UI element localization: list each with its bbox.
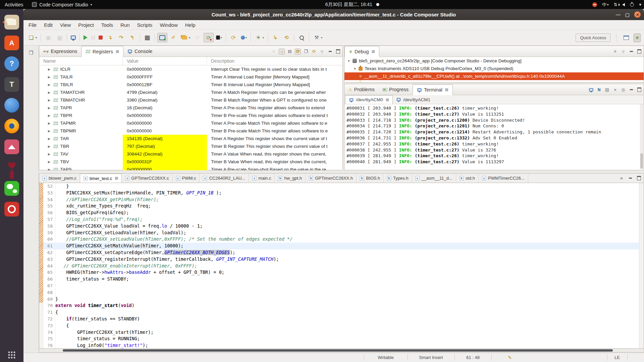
clear-console-button[interactable] <box>612 87 618 93</box>
dock-item-text-editor[interactable]: T <box>2 74 21 95</box>
show-applications-button[interactable] <box>8 351 15 359</box>
minimize-window-button[interactable]: — <box>616 12 621 17</box>
register-row-tbilr[interactable]: ▶1010 0101TBILR0x000012BFTimer B Interva… <box>39 81 342 88</box>
overview-ruler[interactable] <box>639 183 644 348</box>
maximize-button[interactable] <box>636 49 642 55</box>
dock-item-wine[interactable] <box>2 157 21 178</box>
trace-back-button[interactable] <box>281 33 291 42</box>
network-button[interactable] <box>614 2 618 7</box>
terminate-button[interactable] <box>97 35 104 41</box>
console-tab-progress[interactable]: Progress <box>379 84 413 95</box>
view-menu-button[interactable] <box>319 49 325 55</box>
edit-perspective-button[interactable] <box>622 34 630 41</box>
dock-item-photos[interactable] <box>2 136 21 157</box>
menu-window[interactable]: Window <box>157 21 180 29</box>
add-watch-button[interactable] <box>271 49 277 55</box>
trace-forward-button[interactable] <box>270 33 280 42</box>
dock-item-files[interactable] <box>2 12 21 33</box>
status-pen-icon[interactable] <box>503 353 517 362</box>
maximize-window-button[interactable]: ▢ <box>625 12 630 17</box>
new-view-button[interactable] <box>303 49 309 55</box>
editor-tab-timer-test-c[interactable]: ctimer_test.c⊠ <box>80 174 122 183</box>
menu-edit[interactable]: Edit <box>41 21 56 29</box>
register-row-tailr[interactable]: ▶1010 0101TAILR0x0000FFFFTimer A Interva… <box>39 73 342 81</box>
scrollbar-thumb[interactable] <box>63 349 613 352</box>
pin-console-button[interactable] <box>620 87 626 93</box>
terminal-tab--dev-ttyACM1[interactable]: /dev/ttyACM1 <box>393 95 434 104</box>
expand-arrow-icon[interactable]: ▶ <box>48 83 51 86</box>
step-return-button[interactable] <box>127 33 137 42</box>
refresh-button[interactable] <box>228 33 238 42</box>
minimize-button[interactable] <box>628 87 634 93</box>
save-button[interactable] <box>43 33 53 42</box>
editor-tab-main-c[interactable]: cmain.c <box>249 174 275 183</box>
terminal-tab--dev-ttyACM0[interactable]: /dev/ttyACM0⊠ <box>345 95 393 104</box>
terminal-output[interactable]: #000031 [ 203.940 ] INFO: (timer_test.c:… <box>344 104 644 165</box>
terminal-scrollbar[interactable] <box>640 104 643 169</box>
code-editor[interactable]: 52 }53 PINCC26XX_setMux(TimerPinHandle, … <box>39 183 644 349</box>
close-tab-icon[interactable]: ⊠ <box>445 87 448 92</box>
expand-arrow-icon[interactable]: ▶ <box>48 91 51 94</box>
register-row-tbr[interactable]: ▶1010 0101TBR797 (Decimal)Timer B Regist… <box>39 142 342 150</box>
register-row-tbpmr[interactable]: ▶1010 0101TBPMR0x00000000Timer B Pre-sca… <box>39 127 342 135</box>
register-row-iclr[interactable]: ▶1010 0101ICLR0x00000000Interrupt Clear … <box>39 65 342 73</box>
collapse-arrow-icon[interactable]: ▼ <box>347 59 351 63</box>
close-tab-icon[interactable]: ⊠ <box>116 49 119 54</box>
close-tab-icon[interactable]: ⊠ <box>372 49 375 54</box>
save-console-button[interactable] <box>604 87 610 93</box>
suspend-button[interactable] <box>90 35 96 41</box>
debug-tree-row[interactable]: ▼ble5_project_zero_cc2640r2lp_app [Code … <box>344 57 644 65</box>
memory-button[interactable] <box>142 33 152 42</box>
restore-trim-button[interactable] <box>27 49 35 57</box>
expand-arrow-icon[interactable]: ▶ <box>48 122 51 125</box>
debug-button[interactable]: ▾ <box>253 33 265 42</box>
editor-tab--asm-11-d-[interactable]: c__asm__11_d... <box>412 174 456 183</box>
clock[interactable]: 6月30日 星期二, 18:41 <box>325 2 379 8</box>
maximize-button[interactable] <box>335 49 341 55</box>
register-row-tamatchr[interactable]: ▶1010 0101TAMATCHR4799 (Decimal)Timer A … <box>39 88 342 96</box>
debug-tree-row[interactable]: ▼Texas Instruments XDS110 USB Debug Prob… <box>344 65 644 72</box>
quick-access-button[interactable]: Quick Access <box>576 34 610 42</box>
probe-button[interactable] <box>168 33 178 42</box>
register-row-tapmr[interactable]: ▶1010 0101TAPMR0x00000000Timer A Pre-sca… <box>39 119 342 127</box>
editor-tab-std-h[interactable]: hstd.h <box>456 174 479 183</box>
restart-button[interactable] <box>193 33 203 42</box>
connect-target-button[interactable] <box>157 33 167 42</box>
menu-scripts[interactable]: Scripts <box>134 21 156 29</box>
dock-item-browser[interactable] <box>2 95 21 116</box>
new-terminal-button[interactable] <box>596 87 602 93</box>
menu-run[interactable]: Run <box>117 21 133 29</box>
menu-view[interactable]: View <box>57 21 74 29</box>
close-tab-icon[interactable]: ⊠ <box>115 176 118 181</box>
close-tab-icon[interactable]: ⊠ <box>386 98 389 102</box>
debug-tab-debug[interactable]: Debug⊠ <box>344 46 379 57</box>
minimize-button[interactable] <box>628 49 634 55</box>
registers-tab-console[interactable]: Console <box>123 46 156 57</box>
tab-overflow-button[interactable] <box>619 175 625 181</box>
step-over-button[interactable] <box>116 33 126 42</box>
expand-arrow-icon[interactable]: ▶ <box>48 68 51 71</box>
app-menu-button[interactable]: Code Composer Studio ▾ <box>32 2 92 7</box>
expand-arrow-icon[interactable]: ▶ <box>48 145 51 148</box>
volume-button[interactable] <box>622 3 625 6</box>
debug-tree-row[interactable]: ≡__asm__11_driverlib_c_a91c79fe__CPUwfi(… <box>344 72 644 80</box>
maximize-button[interactable] <box>636 87 642 93</box>
console-tab-terminal[interactable]: Terminal⊠ <box>413 84 453 95</box>
dock-item-software[interactable]: A <box>2 33 21 53</box>
annotation-ruler[interactable] <box>39 183 43 348</box>
close-window-button[interactable]: ✕ <box>634 11 641 18</box>
editor-tab-blower-pwm-c[interactable]: cblower_pwm.c <box>39 174 80 183</box>
ime-button[interactable]: 中▾ <box>602 2 609 8</box>
expand-arrow-icon[interactable]: ▶ <box>48 153 51 156</box>
register-row-tbmatchr[interactable]: ▶1010 0101TBMATCHR3360 (Decimal)Timer B … <box>39 96 342 104</box>
resume-button[interactable] <box>82 34 89 41</box>
register-row-tbpr[interactable]: ▶1010 0101TBPR0x00000000Timer B Pre-scal… <box>39 112 342 119</box>
console-tab-problems[interactable]: Problems <box>344 84 379 95</box>
view-menu-button[interactable] <box>620 49 626 55</box>
reset-cpu-button[interactable] <box>204 33 214 42</box>
explorer-trim-button[interactable] <box>27 61 35 69</box>
expand-arrow-icon[interactable]: ▶ <box>48 75 51 79</box>
search-button[interactable] <box>297 33 307 42</box>
editor-tab-hw-gpt-h[interactable]: hhw_gpt.h <box>275 174 306 183</box>
expand-arrow-icon[interactable]: ▶ <box>48 106 51 110</box>
